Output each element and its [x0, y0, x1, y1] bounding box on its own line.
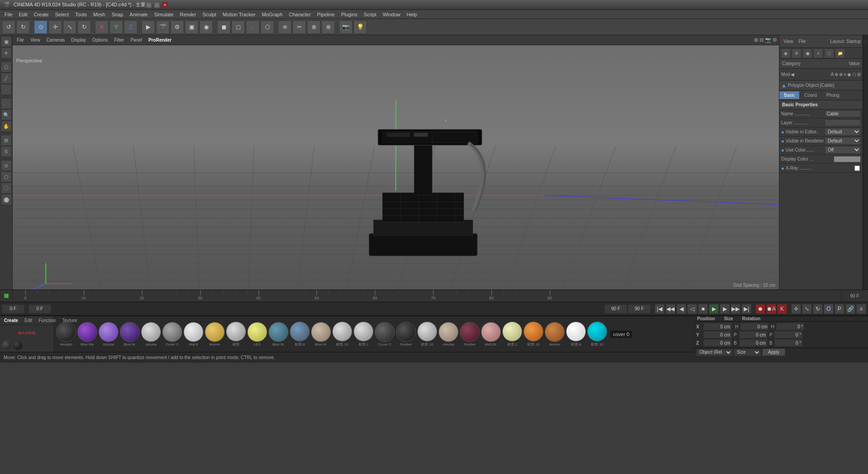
prop-vis-renderer-dropdown[interactable]: Default On Off [825, 137, 861, 145]
render-region-button[interactable]: ▣ [185, 20, 198, 34]
interactive-render-button[interactable]: ◉ [199, 20, 213, 34]
mat-swatch-24[interactable] [566, 322, 586, 341]
go-end-button[interactable]: ▶| [741, 304, 751, 314]
viewport-maximize-icon[interactable]: ⊞ [754, 37, 758, 43]
file-menu-btn[interactable]: File [797, 38, 808, 45]
point-mode-button[interactable]: · [246, 20, 259, 34]
mat-swatch-10[interactable] [269, 322, 288, 342]
mat-swatch-7[interactable] [205, 322, 225, 342]
select-tool[interactable]: ▣ [1, 36, 12, 47]
mat-swatch-4[interactable] [141, 322, 161, 342]
menu-sculpt[interactable]: Sculpt [200, 11, 219, 18]
mat-swatch-2[interactable] [99, 322, 118, 342]
mod-icon-6[interactable]: ⬡ [852, 72, 856, 77]
mat-swatch-15[interactable] [375, 322, 395, 342]
timeline-track[interactable]: 0102030405060708090 [13, 290, 841, 302]
minimize-button[interactable]: ─ [146, 2, 152, 8]
frame-offset-input[interactable] [28, 304, 51, 313]
x-axis-button[interactable]: X [95, 20, 108, 34]
go-prev-frame-button[interactable]: ◀ [676, 304, 686, 314]
pos-z-field[interactable] [703, 339, 731, 346]
texture-button[interactable]: ≋ [278, 20, 292, 34]
black-swatch-2[interactable] [13, 340, 23, 350]
object-manager-tab[interactable]: ◉ [781, 48, 791, 58]
mat-swatch-17[interactable] [417, 322, 437, 341]
edge-mode-button[interactable]: ◻ [231, 20, 245, 34]
polygon-mode-button[interactable]: ◼ [217, 20, 231, 34]
edit-render-settings-button[interactable]: ⚙ [170, 20, 184, 34]
mat-swatch-6[interactable] [184, 322, 203, 342]
redo-button[interactable]: ↻ [16, 20, 30, 34]
sculpt-tool[interactable]: ⊙ [1, 160, 12, 171]
play-back-button[interactable]: ◁ [687, 304, 697, 314]
mat-swatch-11[interactable] [290, 322, 310, 341]
object-mode-dropdown[interactable]: Object (Rel. Object (Abs.) World [696, 349, 732, 356]
move-tool[interactable]: ✛ [1, 47, 12, 58]
menu-edit[interactable]: Edit [16, 11, 30, 18]
camera-nav[interactable]: 🎥 [1, 98, 12, 109]
menu-motion-tracker[interactable]: Motion Tracker [220, 11, 258, 18]
tab-coord[interactable]: Coord [800, 91, 821, 99]
menu-pipeline[interactable]: Pipeline [314, 11, 337, 18]
viewport-view-menu[interactable]: View [28, 37, 42, 43]
mod-icon-5[interactable]: ◉ [847, 72, 851, 77]
rot-b-field[interactable] [774, 339, 802, 346]
rot-p-field[interactable] [774, 331, 802, 338]
mat-swatch-16[interactable] [396, 322, 416, 342]
viewport-camera-icon[interactable]: 📷 [765, 37, 771, 43]
mod-left-arrow[interactable]: ◀ [791, 72, 794, 77]
viewport-cameras-menu[interactable]: Cameras [44, 37, 67, 43]
snap-tool[interactable]: ⊞ [1, 135, 12, 146]
z-axis-button[interactable]: Z [124, 20, 137, 34]
rot-h-field[interactable] [776, 323, 804, 330]
viewport-options-menu[interactable]: Options [90, 37, 110, 43]
render-settings-tab[interactable]: ⚙ [792, 48, 802, 58]
render-picture-viewer-button[interactable]: 🎬 [156, 20, 170, 34]
end-frame-input[interactable] [604, 304, 627, 313]
viewport[interactable]: File View Cameras Display Options Filter… [13, 35, 779, 289]
tab-create[interactable]: Create [2, 318, 20, 323]
close-button[interactable]: ✕ [162, 2, 168, 8]
menu-snap[interactable]: Snap [109, 11, 126, 18]
undo-button[interactable]: ↺ [2, 20, 15, 34]
viewport-panel-menu[interactable]: Panel [128, 37, 145, 43]
live-selection-button[interactable]: ⊙ [34, 20, 47, 34]
mat-swatch-5[interactable] [162, 322, 182, 342]
y-axis-button[interactable]: Y [109, 20, 123, 34]
menu-simulate[interactable]: Simulate [151, 11, 176, 18]
menu-select[interactable]: Select [52, 11, 72, 18]
weld-button[interactable]: ⊗ [321, 20, 335, 34]
viewport-settings-icon[interactable]: ⚙ [773, 37, 777, 43]
mat-swatch-21[interactable] [502, 322, 522, 341]
go-prev-key-button[interactable]: ◀◀ [665, 304, 675, 314]
record-all-button[interactable]: ⏺A [766, 304, 776, 314]
go-next-key-button[interactable]: ▶▶ [731, 304, 741, 314]
prop-display-color-swatch[interactable] [834, 156, 861, 162]
weight-tool[interactable]: ⬤ [1, 194, 12, 205]
go-next-frame-button[interactable]: ▶ [720, 304, 730, 314]
rotate-tool-button[interactable]: ↻ [77, 20, 91, 34]
prop-use-color-dropdown[interactable]: Off On Auto [825, 146, 861, 154]
camera-button[interactable]: 📷 [339, 20, 353, 34]
mat-swatch-13[interactable] [332, 322, 352, 341]
far-right-label[interactable]: ⋮ [863, 35, 867, 43]
timeline-tab[interactable]: ≡ [813, 48, 823, 58]
mat-swatch-22[interactable] [524, 322, 543, 341]
viewport-canvas[interactable]: Perspective Grid Spacing : 10 cm [13, 45, 779, 289]
stop-button[interactable]: ■ [698, 304, 708, 314]
menu-script[interactable]: Script [361, 11, 379, 18]
menu-mograph[interactable]: MoGraph [259, 11, 285, 18]
max-frame-input[interactable] [628, 304, 651, 313]
menu-file[interactable]: File [2, 11, 15, 18]
material-manager-tab[interactable]: ◼ [802, 48, 812, 58]
menu-character[interactable]: Character [286, 11, 313, 18]
light-button[interactable]: 💡 [354, 20, 367, 34]
prop-layer-input[interactable] [825, 119, 861, 126]
autokey-button[interactable]: K [777, 304, 787, 314]
go-start-button[interactable]: |◀ [655, 304, 665, 314]
mat-swatch-8[interactable] [226, 322, 246, 341]
menu-plugins[interactable]: Plugins [338, 11, 360, 18]
tab-basic[interactable]: Basic [779, 91, 800, 99]
point-tool[interactable]: · [1, 84, 12, 95]
mat-swatch-0[interactable] [56, 322, 76, 342]
